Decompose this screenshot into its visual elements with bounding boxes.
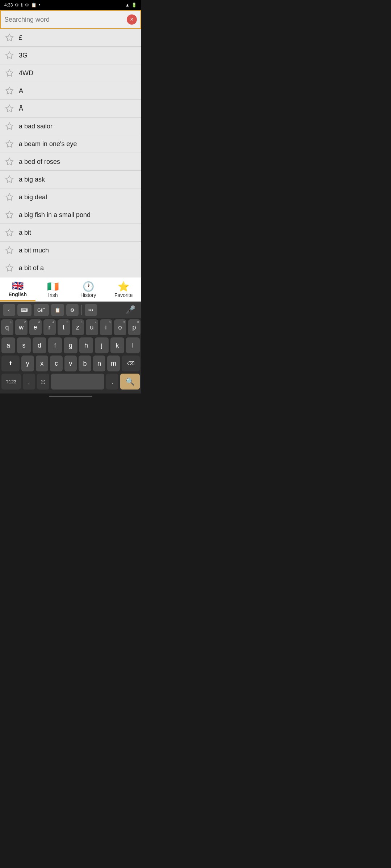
list-item[interactable]: a bed of roses <box>0 153 141 171</box>
key-u[interactable]: 7u <box>86 319 98 335</box>
list-item[interactable]: a bad sailor <box>0 118 141 135</box>
list-item[interactable]: 3G <box>0 47 141 64</box>
list-item[interactable]: £ <box>0 29 141 47</box>
tab-label-english: English <box>8 292 27 297</box>
status-left: 4:33 ⚙ ℹ ⚙ 📋 • <box>4 3 41 8</box>
list-item[interactable]: a big deal <box>0 188 141 206</box>
key-f[interactable]: f <box>48 337 62 353</box>
key-s[interactable]: s <box>17 337 31 353</box>
key-p[interactable]: 0p <box>128 319 140 335</box>
key-v[interactable]: v <box>64 356 77 371</box>
emoji-key[interactable]: ☺ <box>37 374 49 390</box>
battery-icon: 🔋 <box>131 3 137 8</box>
tab-favorite[interactable]: ⭐ Favorite <box>106 277 142 301</box>
tab-label-irish: Irish <box>48 292 58 298</box>
word-text: a big deal <box>19 193 47 201</box>
toolbar-keyboard-button[interactable]: ⌨ <box>17 304 31 316</box>
svg-marker-10 <box>6 211 13 218</box>
svg-marker-12 <box>6 247 13 254</box>
key-row-2: asdfghjkl <box>0 336 141 354</box>
numbers-key[interactable]: ?123 <box>1 374 21 390</box>
toolbar-back-button[interactable]: ‹ <box>3 304 15 316</box>
key-l[interactable]: l <box>126 337 140 353</box>
key-c[interactable]: c <box>50 356 63 371</box>
svg-marker-4 <box>6 105 13 112</box>
word-list: £ 3G 4WD A Å a bad sailor a beam in one'… <box>0 29 141 277</box>
shift-key[interactable]: ⬆ <box>1 356 20 371</box>
tab-label-favorite: Favorite <box>114 292 133 298</box>
tab-irish[interactable]: 🇮🇪 Irish <box>35 277 71 301</box>
tab-label-history: History <box>80 292 96 298</box>
word-text: a big ask <box>19 176 45 183</box>
key-t[interactable]: 5t <box>58 319 70 335</box>
key-e[interactable]: 3e <box>29 319 42 335</box>
tab-icon-history: 🕐 <box>83 282 94 291</box>
list-item[interactable]: a big fish in a small pond <box>0 206 141 224</box>
tab-history[interactable]: 🕐 History <box>71 277 106 301</box>
tab-english[interactable]: 🇬🇧 English <box>0 277 35 301</box>
list-item[interactable]: a bit of a <box>0 259 141 277</box>
word-text: 3G <box>19 52 28 59</box>
space-key[interactable] <box>51 374 104 390</box>
svg-marker-7 <box>6 158 13 165</box>
status-bar: 4:33 ⚙ ℹ ⚙ 📋 • ▲ 🔋 <box>0 0 141 10</box>
backspace-key[interactable]: ⌫ <box>122 356 140 371</box>
comma-key[interactable]: , <box>23 374 35 390</box>
key-m[interactable]: m <box>107 356 120 371</box>
status-right: ▲ 🔋 <box>125 3 137 8</box>
status-icon-clipboard: 📋 <box>31 3 37 8</box>
toolbar-settings-button[interactable]: ⚙ <box>66 304 79 316</box>
toolbar-more-button[interactable]: ••• <box>85 304 97 316</box>
key-z[interactable]: 6z <box>72 319 84 335</box>
word-text: a bed of roses <box>19 158 60 166</box>
key-o[interactable]: 9o <box>114 319 126 335</box>
key-r[interactable]: 4r <box>43 319 56 335</box>
key-i[interactable]: 8i <box>100 319 112 335</box>
key-d[interactable]: d <box>33 337 46 353</box>
word-text: Å <box>19 105 23 112</box>
key-b[interactable]: b <box>79 356 91 371</box>
search-container: × <box>0 10 141 29</box>
key-w[interactable]: 2w <box>15 319 28 335</box>
list-item[interactable]: a bit much <box>0 242 141 259</box>
search-input[interactable] <box>4 16 124 24</box>
svg-marker-3 <box>6 87 13 94</box>
list-item[interactable]: 4WD <box>0 64 141 82</box>
status-icon-info: ℹ <box>21 3 23 8</box>
svg-marker-13 <box>6 264 13 271</box>
list-item[interactable]: a big ask <box>0 171 141 188</box>
toolbar-clipboard-button[interactable]: 📋 <box>51 304 64 316</box>
svg-marker-1 <box>6 52 13 59</box>
word-text: a bit of a <box>19 264 44 272</box>
key-row-1: 1q2w3e4r5t6z7u8i9o0p <box>0 318 141 336</box>
list-item[interactable]: a bit <box>0 224 141 242</box>
key-k[interactable]: k <box>110 337 124 353</box>
svg-marker-6 <box>6 140 13 147</box>
word-text: 4WD <box>19 69 33 77</box>
list-item[interactable]: A <box>0 82 141 100</box>
toolbar-mic-button[interactable]: 🎤 <box>123 304 138 316</box>
key-h[interactable]: h <box>79 337 93 353</box>
key-y[interactable]: y <box>21 356 34 371</box>
key-row-bottom: ?123 , ☺ . 🔍 <box>0 373 141 391</box>
key-n[interactable]: n <box>93 356 106 371</box>
svg-marker-5 <box>6 123 13 129</box>
clear-button[interactable]: × <box>127 14 137 25</box>
toolbar-gif-button[interactable]: GIF <box>34 304 49 316</box>
status-icon-gear: ⚙ <box>25 3 29 8</box>
key-q[interactable]: 1q <box>1 319 13 335</box>
toolbar-separator <box>81 305 82 315</box>
key-a[interactable]: a <box>1 337 15 353</box>
status-icon-dot: • <box>39 3 40 8</box>
key-j[interactable]: j <box>95 337 109 353</box>
search-key[interactable]: 🔍 <box>120 374 140 390</box>
list-item[interactable]: a beam in one's eye <box>0 135 141 153</box>
period-key[interactable]: . <box>106 374 118 390</box>
svg-marker-11 <box>6 229 13 236</box>
keyboard: ‹ ⌨ GIF 📋 ⚙ ••• 🎤 1q2w3e4r5t6z7u8i9o0p a… <box>0 302 141 393</box>
key-g[interactable]: g <box>64 337 77 353</box>
word-text: a bad sailor <box>19 123 52 130</box>
keyboard-toolbar: ‹ ⌨ GIF 📋 ⚙ ••• 🎤 <box>0 302 141 318</box>
list-item[interactable]: Å <box>0 100 141 118</box>
key-x[interactable]: x <box>36 356 49 371</box>
